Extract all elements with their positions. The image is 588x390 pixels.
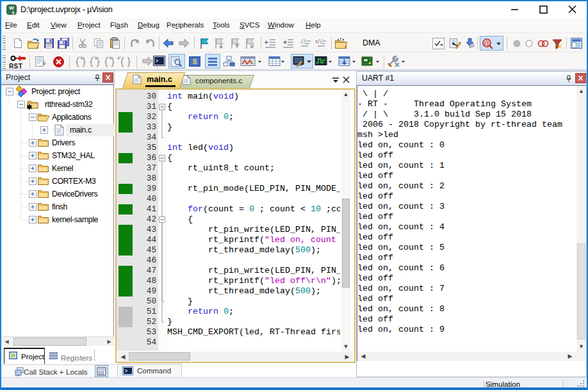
svg-text:>: > — [155, 58, 158, 65]
svg-text:@: @ — [484, 40, 490, 47]
svg-text:S: S — [193, 58, 197, 65]
svg-text:>: > — [124, 368, 127, 375]
svg-text:RST: RST — [9, 63, 22, 70]
svg-text:s: s — [12, 10, 14, 15]
